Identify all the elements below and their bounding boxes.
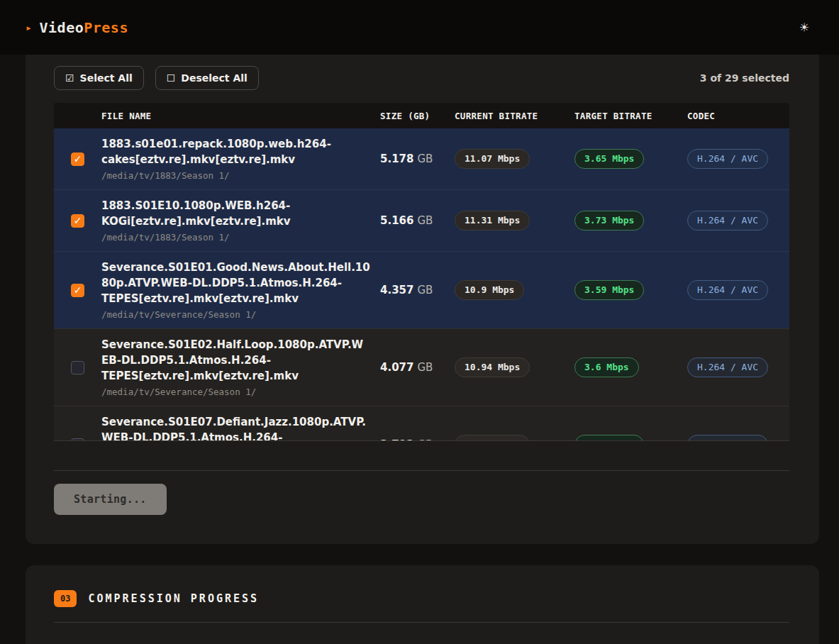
logo-text-accent: Press	[84, 19, 128, 36]
table-row: Severance.S01E02.Half.Loop.1080p.ATVP.WE…	[54, 328, 789, 406]
table-header-row: FILE NAME SIZE (GB) CURRENT BITRATE TARG…	[54, 103, 789, 128]
codec-badge: H.264 / AVC	[687, 280, 768, 300]
section-header: 03 COMPRESSION PROGRESS	[54, 590, 259, 607]
section-divider	[54, 622, 789, 623]
file-name: Severance.S01E01.Good.News.About.Hell.10…	[101, 260, 370, 306]
file-selection-card: ☑ Select All ☐ Deselect All 3 of 29 sele…	[26, 55, 819, 544]
start-compression-button[interactable]: Starting...	[54, 484, 167, 515]
col-header-current-bitrate: CURRENT BITRATE	[455, 111, 574, 121]
current-bitrate-badge: 10.85 Mbps	[455, 435, 530, 441]
file-table: FILE NAME SIZE (GB) CURRENT BITRATE TARG…	[54, 103, 789, 441]
table-body: 1883.s01e01.repack.1080p.web.h264-cakes[…	[54, 128, 789, 441]
theme-toggle-sun-icon[interactable]: ☀	[799, 22, 809, 33]
codec-badge: H.264 / AVC	[687, 211, 768, 231]
card-divider	[54, 470, 789, 471]
file-name: 1883.s01e01.repack.1080p.web.h264-cakes[…	[101, 136, 370, 167]
empty-box-icon: ☐	[167, 73, 176, 83]
app-header: ▸ VideoPress ☀	[0, 0, 839, 55]
checked-box-icon: ☑	[65, 73, 74, 83]
current-bitrate-badge: 11.31 Mbps	[455, 211, 530, 231]
file-path: /media/tv/1883/Season 1/	[101, 231, 370, 244]
file-path: /media/tv/1883/Season 1/	[101, 170, 370, 182]
target-bitrate-badge: 3.59 Mbps	[574, 280, 644, 300]
file-name: Severance.S01E07.Defiant.Jazz.1080p.ATVP…	[101, 414, 370, 441]
file-path: /media/tv/Severance/Season 1/	[101, 309, 370, 321]
row-checkbox[interactable]	[71, 438, 84, 442]
row-checkbox[interactable]	[71, 152, 84, 166]
file-size: 5.166 GB	[380, 190, 455, 251]
table-row: Severance.S01E01.Good.News.About.Hell.10…	[54, 251, 789, 328]
logo-text-primary: Video	[40, 19, 84, 36]
table-row: 1883.s01e01.repack.1080p.web.h264-cakes[…	[54, 128, 789, 189]
codec-badge: H.264 / AVC	[687, 357, 768, 377]
compression-progress-card: 03 COMPRESSION PROGRESS	[26, 565, 819, 644]
current-bitrate-badge: 10.9 Mbps	[455, 280, 524, 300]
file-size: 4.077 GB	[380, 329, 455, 406]
codec-badge: H.264 / AVC	[687, 435, 768, 441]
selection-count-status: 3 of 29 selected	[700, 72, 789, 84]
current-bitrate-badge: 10.94 Mbps	[455, 357, 530, 377]
current-bitrate-badge: 11.07 Mbps	[455, 149, 530, 169]
target-bitrate-badge: 3.57 Mbps	[574, 435, 644, 441]
col-header-size: SIZE (GB)	[380, 111, 455, 121]
table-row: 1883.S01E10.1080p.WEB.h264-KOGi[eztv.re]…	[54, 189, 789, 251]
step-number-badge: 03	[54, 590, 77, 607]
table-row: Severance.S01E07.Defiant.Jazz.1080p.ATVP…	[54, 406, 789, 441]
logo-arrow-icon: ▸	[26, 21, 33, 34]
section-title: COMPRESSION PROGRESS	[88, 592, 259, 605]
file-size: 5.178 GB	[380, 128, 455, 189]
col-header-target-bitrate: TARGET BITRATE	[574, 111, 687, 121]
select-all-button[interactable]: ☑ Select All	[54, 66, 144, 90]
file-name: 1883.S01E10.1080p.WEB.h264-KOGi[eztv.re]…	[101, 198, 370, 229]
col-header-codec: CODEC	[687, 111, 789, 121]
target-bitrate-badge: 3.65 Mbps	[574, 149, 644, 169]
file-size: 3.792 GB	[380, 406, 455, 441]
codec-badge: H.264 / AVC	[687, 149, 768, 169]
app-logo: ▸ VideoPress	[26, 19, 128, 36]
file-size: 4.357 GB	[380, 252, 455, 328]
deselect-all-button[interactable]: ☐ Deselect All	[155, 66, 259, 90]
file-name: Severance.S01E02.Half.Loop.1080p.ATVP.WE…	[101, 337, 370, 384]
row-checkbox[interactable]	[71, 214, 84, 228]
target-bitrate-badge: 3.6 Mbps	[574, 357, 639, 377]
row-checkbox[interactable]	[71, 284, 84, 297]
target-bitrate-badge: 3.73 Mbps	[574, 211, 644, 231]
col-header-file-name: FILE NAME	[101, 111, 380, 121]
row-checkbox[interactable]	[71, 361, 84, 374]
file-path: /media/tv/Severance/Season 1/	[101, 386, 370, 399]
selection-toolbar: ☑ Select All ☐ Deselect All 3 of 29 sele…	[54, 65, 789, 91]
